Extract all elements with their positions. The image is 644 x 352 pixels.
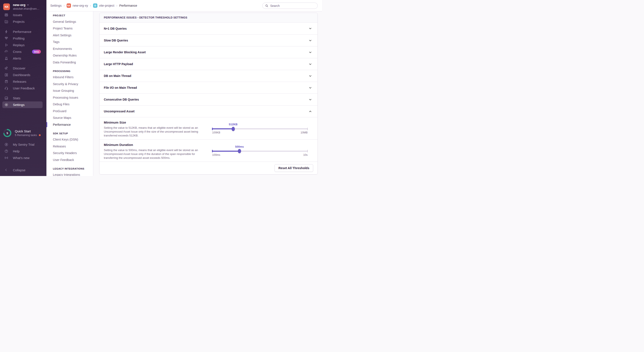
settings-nav-item-security-headers[interactable]: Security Headers xyxy=(46,150,93,157)
panel-footer: Reset All Thresholds xyxy=(100,162,318,174)
detector-row-slow-db-queries[interactable]: Slow DB Queries xyxy=(100,34,318,46)
settings-nav-header-legacy-integrations: LEGACY INTEGRATIONS xyxy=(46,166,93,172)
minimum-size-slider[interactable]: 512KB 100KB 10MB xyxy=(212,120,308,138)
sidebar-item-dashboards[interactable]: Dashboards xyxy=(2,72,42,78)
settings-nav-item-issue-grouping[interactable]: Issue Grouping xyxy=(46,88,93,94)
sidebar-item-label: Replays xyxy=(13,43,24,47)
sidebar-item-performance[interactable]: Performance xyxy=(2,28,42,35)
slider-value-label: 512KB xyxy=(229,123,237,126)
settings-nav-item-legacy-integrations[interactable]: Legacy Integrations xyxy=(46,172,93,176)
chevron-down-icon xyxy=(26,4,30,6)
sidebar-item-label: Profiling xyxy=(13,36,24,40)
chevron-down-icon xyxy=(308,50,312,54)
releases-icon xyxy=(4,80,8,84)
sidebar-item-replays[interactable]: Replays xyxy=(2,42,42,48)
sidebar-item-label: Issues xyxy=(13,13,22,17)
detector-row-uncompressed-asset[interactable]: Uncompressed Asset xyxy=(100,105,318,117)
settings-nav-item-alert-settings[interactable]: Alert Settings xyxy=(46,32,93,39)
settings-nav-item-performance[interactable]: Performance xyxy=(46,121,93,128)
sidebar-item-stats[interactable]: Stats xyxy=(2,95,42,102)
settings-nav-item-environments[interactable]: Environments xyxy=(46,45,93,52)
sidebar-collapse-button[interactable]: Collapse xyxy=(2,167,42,174)
slider-min-cap xyxy=(212,150,213,152)
slider-max-label: 10s xyxy=(303,154,308,156)
crons-icon xyxy=(4,50,8,54)
settings-nav-item-project-teams[interactable]: Project Teams xyxy=(46,25,93,32)
settings-nav-item-tags[interactable]: Tags xyxy=(46,39,93,46)
sidebar-item-alerts[interactable]: Alerts xyxy=(2,55,42,62)
sidebar-item-issues[interactable]: Issues xyxy=(2,12,42,18)
org-badge: NX xyxy=(67,4,71,8)
breadcrumb-separator: › xyxy=(64,4,64,8)
settings-nav-item-inbound-filters[interactable]: Inbound Filters xyxy=(46,74,93,81)
settings-nav: PROJECT General Settings Project Teams A… xyxy=(46,12,93,176)
chevron-down-icon xyxy=(308,86,312,90)
settings-nav-item-source-maps[interactable]: Source Maps xyxy=(46,114,93,122)
performance-icon xyxy=(4,30,8,34)
breadcrumb-org[interactable]: NX new-org-xy xyxy=(67,4,88,8)
detector-row-file-io-on-main-thread[interactable]: File I/O on Main Thread xyxy=(100,82,318,94)
sidebar-item-settings[interactable]: Settings xyxy=(2,102,42,108)
chevron-down-icon xyxy=(308,62,312,66)
settings-nav-item-debug-files[interactable]: Debug Files xyxy=(46,101,93,108)
whats-new-icon xyxy=(4,156,8,160)
profiling-icon xyxy=(4,36,8,40)
projects-icon xyxy=(4,20,8,24)
replays-icon xyxy=(4,43,8,47)
chevron-down-icon xyxy=(308,39,312,42)
settings-icon xyxy=(4,103,8,107)
settings-nav-item-general-settings[interactable]: General Settings xyxy=(46,18,93,25)
settings-nav-item-releases[interactable]: Releases xyxy=(46,143,93,150)
quick-start[interactable]: 5 Quick Start 5 Remaining tasks xyxy=(0,129,46,137)
chevron-left-icon xyxy=(4,168,8,172)
breadcrumb-project[interactable]: vite-project xyxy=(93,4,114,8)
reset-all-thresholds-button[interactable]: Reset All Thresholds xyxy=(274,164,313,172)
sidebar-item-profiling[interactable]: Profiling xyxy=(2,35,42,42)
org-switcher[interactable]: NX new-org abdullah.khan@sen… xyxy=(0,0,46,10)
slider-handle[interactable] xyxy=(238,149,241,153)
discover-icon xyxy=(4,66,8,70)
detector-row-large-http-payload[interactable]: Large HTTP Payload xyxy=(100,58,318,70)
settings-nav-item-ownership-rules[interactable]: Ownership Rules xyxy=(46,52,93,59)
sidebar-item-label: Discover xyxy=(13,66,25,70)
slider-min-label: 100ms xyxy=(212,154,220,156)
svg-text:5: 5 xyxy=(6,132,8,135)
sidebar-item-help[interactable]: Help xyxy=(2,148,42,154)
minimum-duration-slider[interactable]: 500ms 100ms 10s xyxy=(212,143,308,160)
breadcrumb-performance[interactable]: Performance xyxy=(119,4,137,7)
settings-nav-item-security-privacy[interactable]: Security & Privacy xyxy=(46,80,93,88)
sidebar-item-label: Crons xyxy=(13,50,22,54)
sidebar-item-user-feedback[interactable]: User Feedback xyxy=(2,85,42,92)
breadcrumb-settings[interactable]: Settings xyxy=(50,4,62,7)
settings-nav-item-data-forwarding[interactable]: Data Forwarding xyxy=(46,59,93,66)
app-window: NX new-org abdullah.khan@sen… Issues Pro… xyxy=(0,0,322,176)
chevron-down-icon xyxy=(308,74,312,78)
settings-nav-header-sdk-setup: SDK SETUP xyxy=(46,131,93,136)
issues-icon xyxy=(4,13,8,17)
detector-row-db-on-main-thread[interactable]: DB on Main Thread xyxy=(100,70,318,82)
breadcrumb-separator: › xyxy=(90,4,91,8)
sidebar-item-crons[interactable]: Crons beta xyxy=(2,48,42,55)
org-name: new-org xyxy=(13,3,25,7)
search-box[interactable] xyxy=(262,2,318,9)
sidebar-item-discover[interactable]: Discover xyxy=(2,65,42,72)
react-icon xyxy=(93,4,97,8)
settings-nav-item-user-feedback[interactable]: User Feedback xyxy=(46,156,93,163)
settings-nav-item-client-keys[interactable]: Client Keys (DSN) xyxy=(46,136,93,143)
sidebar-item-whats-new[interactable]: What's new xyxy=(2,154,42,161)
settings-nav-header-project: PROJECT xyxy=(46,13,93,18)
panel-title: PERFORMANCE ISSUES - DETECTOR THRESHOLD … xyxy=(100,13,318,22)
detector-row-large-render-blocking-asset[interactable]: Large Render Blocking Asset xyxy=(100,46,318,58)
detector-row-consecutive-db-queries[interactable]: Consecutive DB Queries xyxy=(100,94,318,105)
settings-nav-item-processing-issues[interactable]: Processing Issues xyxy=(46,94,93,101)
search-input[interactable] xyxy=(270,4,315,8)
threshold-title: Minimum Duration xyxy=(104,143,205,147)
sidebar-item-label: Alerts xyxy=(13,56,21,60)
sidebar-item-projects[interactable]: Projects xyxy=(2,18,42,25)
slider-handle[interactable] xyxy=(232,127,235,131)
settings-nav-item-proguard[interactable]: ProGuard xyxy=(46,108,93,114)
sidebar-item-releases[interactable]: Releases xyxy=(2,78,42,85)
chevron-down-icon xyxy=(308,98,312,102)
sidebar-item-my-sentry-trial[interactable]: My Sentry Trial xyxy=(2,141,42,148)
detector-row-n-plus-one-db-queries[interactable]: N+1 DB Queries xyxy=(100,22,318,34)
